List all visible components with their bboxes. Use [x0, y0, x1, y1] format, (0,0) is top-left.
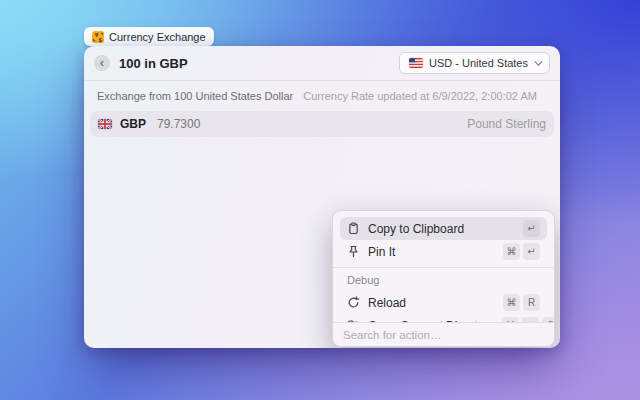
action-list: Copy to Clipboard ↵ Pin It ⌘ ↵ [333, 211, 554, 322]
action-search-input[interactable] [343, 329, 544, 341]
search-query-title: 100 in GBP [119, 56, 188, 71]
action-label: Reload [368, 296, 406, 310]
us-flag-icon [409, 58, 423, 68]
result-currency-name: Pound Sterling [467, 117, 546, 131]
reload-icon [347, 296, 360, 309]
key-r: R [523, 294, 540, 311]
currency-exchange-icon: ¥ $ [92, 31, 104, 43]
key-return: ↵ [523, 220, 540, 237]
action-search-bar [333, 322, 554, 346]
key-cmd: ⌘ [503, 294, 520, 311]
chevron-down-icon [534, 57, 542, 65]
action-label: Pin It [368, 245, 395, 259]
result-currency-code: GBP [120, 117, 146, 131]
svg-text:$: $ [98, 35, 102, 42]
panel-divider [333, 267, 554, 268]
back-button[interactable]: ‹ [94, 55, 110, 71]
section-subtitle: Currency Rate updated at 6/9/2022, 2:00:… [303, 90, 537, 102]
action-copy-to-clipboard[interactable]: Copy to Clipboard ↵ [340, 217, 547, 240]
currency-dropdown-label: USD - United States [429, 57, 528, 69]
list-section-header: Exchange from 100 United States Dollar C… [84, 81, 560, 108]
currency-dropdown[interactable]: USD - United States [399, 52, 550, 74]
clipboard-icon [347, 222, 360, 235]
key-return: ↵ [523, 243, 540, 260]
result-row-gbp[interactable]: GBP 79.7300 Pound Sterling [90, 111, 554, 137]
action-open-support-directory[interactable]: Open Support Directory ⌘ ⇧ S [340, 314, 547, 322]
app-badge: ¥ $ Currency Exchange [84, 27, 214, 46]
action-reload[interactable]: Reload ⌘ R [340, 291, 547, 314]
action-label: Copy to Clipboard [368, 222, 464, 236]
action-pin-it[interactable]: Pin It ⌘ ↵ [340, 240, 547, 263]
section-title: Exchange from 100 United States Dollar [97, 90, 293, 102]
pin-icon [347, 245, 360, 258]
key-cmd: ⌘ [503, 243, 520, 260]
app-badge-label: Currency Exchange [109, 31, 206, 43]
gb-flag-icon [98, 119, 112, 129]
result-value: 79.7300 [157, 117, 200, 131]
action-panel: Copy to Clipboard ↵ Pin It ⌘ ↵ [332, 210, 555, 347]
debug-section-label: Debug [340, 271, 547, 291]
back-chevron-icon: ‹ [100, 57, 104, 69]
raycast-window: ‹ 100 in GBP USD - United States Exchang… [84, 46, 560, 348]
window-header: ‹ 100 in GBP USD - United States [84, 46, 560, 80]
